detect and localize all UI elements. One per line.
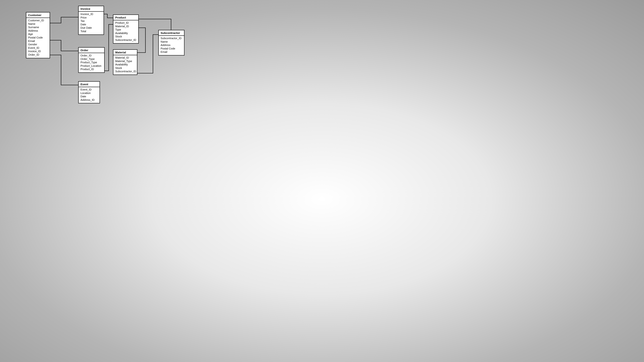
field: Invoice_ID bbox=[80, 12, 102, 16]
field: Postal Code bbox=[28, 36, 48, 39]
field: Age bbox=[28, 32, 48, 36]
field: Date bbox=[80, 95, 98, 98]
entity-title: Customer bbox=[26, 12, 50, 18]
field: Subcontractor_ID bbox=[115, 38, 136, 42]
entity-subcontractor: Subcontractor Subcontractor_ID Name Addr… bbox=[158, 30, 184, 55]
field: Subcontractor_ID bbox=[115, 70, 135, 73]
field: Availability bbox=[115, 63, 135, 66]
field: Product_Location bbox=[80, 64, 102, 68]
field: Order_Type bbox=[80, 57, 102, 61]
entity-body: Event_ID Location Date Address_ID bbox=[78, 87, 100, 103]
entity-body: Invoice_ID Price Tax Date Due Date Total bbox=[78, 12, 104, 34]
field: Customer_ID bbox=[28, 19, 48, 22]
entity-body: Product_ID Material_ID Type Availability… bbox=[113, 20, 138, 43]
entity-material: Material Material_ID Material_Type Avail… bbox=[113, 49, 138, 75]
field: Email bbox=[160, 50, 182, 54]
entity-order: Order Order_ID Order_Type Product_Type P… bbox=[78, 47, 105, 73]
entity-event: Event Event_ID Location Date Address_ID bbox=[78, 81, 100, 103]
entity-product: Product Product_ID Material_ID Type Avai… bbox=[113, 14, 139, 43]
entity-body: Order_ID Order_Type Product_Type Product… bbox=[78, 53, 104, 72]
field: Name bbox=[160, 40, 182, 43]
entity-invoice: Invoice Invoice_ID Price Tax Date Due Da… bbox=[78, 6, 104, 35]
field: Material_ID bbox=[115, 25, 136, 28]
field: Postal Code bbox=[160, 47, 182, 50]
field: Order_ID bbox=[28, 53, 48, 56]
field: Material_ID bbox=[115, 56, 135, 59]
er-diagram: Customer Customer_ID Name Surname Addres… bbox=[0, 0, 198, 112]
field: Name bbox=[28, 22, 48, 26]
field: Product_Type bbox=[80, 61, 102, 64]
field: Tax bbox=[80, 19, 102, 23]
field: Subcontractor_ID bbox=[160, 37, 182, 40]
entity-title: Product bbox=[113, 15, 138, 20]
field: Event_ID bbox=[28, 46, 48, 50]
field: Availability bbox=[115, 31, 136, 35]
field: Price bbox=[80, 16, 102, 19]
field: Location bbox=[80, 91, 98, 95]
field: Event_ID bbox=[80, 88, 98, 91]
entity-title: Order bbox=[78, 48, 104, 53]
field: Email bbox=[28, 39, 48, 43]
entity-title: Material bbox=[113, 50, 137, 55]
field: Total bbox=[80, 30, 102, 33]
field: Due Date bbox=[80, 26, 102, 30]
entity-body: Material_ID Material_Type Availability S… bbox=[113, 55, 137, 74]
field: Order_ID bbox=[80, 54, 102, 57]
entity-body: Subcontractor_ID Name Address Postal Cod… bbox=[159, 36, 184, 55]
entity-body: Customer_ID Name Surname Address Age Pos… bbox=[26, 18, 50, 58]
field: Material_Type bbox=[115, 59, 135, 63]
field: Address bbox=[28, 29, 48, 32]
field: Address_ID bbox=[80, 98, 98, 102]
entity-title: Event bbox=[78, 82, 100, 87]
field: Type bbox=[115, 28, 136, 31]
field: Stock bbox=[115, 66, 135, 70]
entity-title: Invoice bbox=[78, 6, 104, 12]
entity-customer: Customer Customer_ID Name Surname Addres… bbox=[26, 12, 50, 58]
field: Invoice_ID bbox=[28, 50, 48, 53]
entity-title: Subcontractor bbox=[159, 30, 184, 36]
field: Date bbox=[80, 23, 102, 26]
field: Product_ID bbox=[115, 21, 136, 25]
field: Address bbox=[160, 43, 182, 47]
field: Gender bbox=[28, 43, 48, 46]
field: Stock bbox=[115, 35, 136, 38]
field: Product_ID bbox=[80, 67, 102, 71]
field: Surname bbox=[28, 26, 48, 29]
